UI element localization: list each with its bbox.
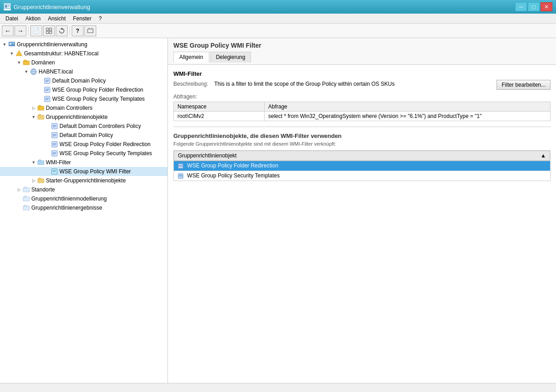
titlebar: Gruppenrichtlinienverwaltung ─ □ ✕: [0, 0, 556, 14]
svg-rect-14: [12, 43, 14, 44]
expand-icon-wmi[interactable]: ▼: [30, 159, 37, 166]
tree-item-standorte[interactable]: ▷ Standorte: [0, 185, 167, 194]
gpo-section: Gruppenrichtlinienobjekte, die diesen WM…: [173, 132, 551, 181]
tree-item-default-domain-2[interactable]: ▷ Default Domain Policy: [0, 131, 167, 140]
tree-item-wse-folder[interactable]: ▷ WSE Group Policy Folder Redirection: [0, 85, 167, 94]
svg-rect-63: [23, 197, 30, 201]
expand-icon-standorte[interactable]: ▷: [15, 186, 23, 193]
expand-icon[interactable]: ▼: [8, 50, 15, 57]
tab-delegierung[interactable]: Delegierung: [210, 52, 251, 63]
expand-icon-dc[interactable]: ▷: [30, 104, 37, 112]
gesamtstruktur-icon: [15, 50, 23, 57]
tree-item-domain-controllers[interactable]: ▷ Domain Controllers: [0, 103, 167, 113]
svg-rect-5: [49, 28, 52, 30]
svg-rect-34: [38, 106, 44, 110]
svg-rect-66: [24, 205, 26, 206]
svg-rect-13: [10, 43, 11, 45]
tree-item-wse-security-2[interactable]: ▷ WSE Group Policy Security Templates: [0, 149, 167, 158]
tab-bar: Allgemein Delegierung: [173, 52, 551, 63]
wmi-folder-icon: [37, 159, 44, 166]
menu-item-fenster[interactable]: Fenster: [69, 14, 95, 23]
habnet-icon: [30, 68, 37, 75]
close-button[interactable]: ✕: [541, 2, 552, 11]
tree-item-starter[interactable]: ▷ Starter-Gruppenrichtlinienobjekte: [0, 176, 167, 185]
gpo-node-icon: [37, 113, 44, 121]
minimize-button[interactable]: ─: [515, 2, 527, 11]
menubar: DateiAktionAnsichtFenster?: [0, 14, 556, 24]
tree-item-habnet[interactable]: ▼ HABNET.local: [0, 67, 167, 76]
menu-item-ansicht[interactable]: Ansicht: [44, 14, 69, 23]
tree-item-root[interactable]: ▼ Gruppenrichtlinienverwaltung: [0, 40, 167, 49]
beschreibung-row: Beschreibung: This is a filter to limit …: [173, 81, 497, 87]
gpo-icon-3: [44, 95, 51, 103]
ergebnisse-icon: [23, 204, 30, 211]
svg-rect-3: [8, 6, 10, 7]
root-icon: [8, 41, 15, 48]
tree-item-ergebnisse[interactable]: ▷ Gruppenrichtlinienergebnisse: [0, 203, 167, 212]
toolbar-refresh[interactable]: [56, 25, 68, 36]
tree-item-domaenen[interactable]: ▼ Domänen: [0, 58, 167, 67]
svg-rect-2: [8, 5, 10, 6]
tree-item-wse-folder-2[interactable]: ▷ WSE Group Policy Folder Redirection: [0, 140, 167, 149]
toolbar-back[interactable]: ←: [2, 25, 14, 36]
section-divider: [173, 127, 551, 127]
tree-item-default-domain[interactable]: ▷ Default Domain Policy: [0, 76, 167, 85]
tree-root: ▼ Gruppenrichtlinienverwaltung ▼ Gesamts…: [0, 38, 167, 214]
tree-label-wse-folder-2: WSE Group Policy Folder Redirection: [59, 141, 151, 147]
tree-item-wse-wmi[interactable]: ▷ WSE Group Policy WMI Filter: [0, 167, 167, 176]
expand-icon[interactable]: ▼: [1, 41, 8, 48]
page-title: WSE Group Policy WMI Filter: [173, 42, 551, 49]
col-namespace: Namespace: [174, 102, 265, 112]
svg-rect-54: [38, 161, 44, 165]
svg-rect-7: [49, 31, 52, 34]
expand-icon[interactable]: ▼: [15, 59, 23, 66]
gpo-item-2: WSE Group Policy Security Templates: [174, 171, 551, 181]
tree-label-root: Gruppenrichtlinienverwaltung: [17, 41, 87, 48]
toolbar-export[interactable]: [84, 25, 96, 36]
tree-item-default-dc-policy[interactable]: ▷ Default Domain Controllers Policy: [0, 122, 167, 131]
svg-rect-36: [38, 115, 44, 119]
tree-label-default-dc-policy: Default Domain Controllers Policy: [59, 123, 141, 129]
svg-rect-60: [39, 178, 41, 179]
svg-rect-61: [23, 188, 30, 192]
svg-rect-16: [23, 61, 30, 65]
tree-label-starter: Starter-Gruppenrichtlinienobjekte: [46, 177, 126, 184]
svg-rect-59: [38, 179, 44, 183]
gpo-section-subtitle: Folgende Gruppenrichtlinienobjekte sind …: [173, 141, 551, 147]
tab-allgemein[interactable]: Allgemein: [173, 52, 209, 63]
expand-icon[interactable]: ▼: [23, 68, 30, 75]
expand-icon-gpo[interactable]: ▼: [30, 113, 37, 121]
tree-label-gesamtstruktur: Gesamtstruktur: HABNET.local: [24, 50, 98, 57]
tree-item-wse-security[interactable]: ▷ WSE Group Policy Security Templates: [0, 94, 167, 103]
svg-rect-64: [24, 196, 26, 197]
list-item-2[interactable]: WSE Group Policy Security Templates: [174, 171, 551, 181]
svg-rect-37: [39, 114, 41, 116]
tree-item-modellierung[interactable]: ▷ Gruppenrichtlinienmodellierung: [0, 194, 167, 203]
toolbar-forward[interactable]: →: [15, 25, 26, 36]
tree-label-gpo-node: Gruppenrichtlinienobjekte: [46, 114, 108, 120]
domaenen-icon: [23, 59, 30, 66]
svg-rect-62: [24, 187, 26, 188]
cell-namespace: root\CIMv2: [174, 112, 265, 121]
tree-label-modellierung: Gruppenrichtlinienmodellierung: [31, 196, 107, 202]
svg-rect-65: [23, 206, 30, 210]
tree-item-wmi-filter-node[interactable]: ▼ WMI-Filter: [0, 158, 167, 167]
filter-bearbeiten-button[interactable]: Filter bearbeiten...: [497, 80, 551, 90]
tree-item-gpo-node[interactable]: ▼ Gruppenrichtlinienobjekte: [0, 113, 167, 122]
menu-item-aktion[interactable]: Aktion: [22, 14, 44, 23]
tree-label-wse-security-2: WSE Group Policy Security Templates: [59, 150, 152, 157]
dc-icon: [37, 104, 44, 112]
menu-item-datei[interactable]: Datei: [2, 14, 22, 23]
gpo-icon-default2: [51, 132, 58, 139]
tree-panel: ▼ Gruppenrichtlinienverwaltung ▼ Gesamts…: [0, 38, 168, 383]
list-item-1[interactable]: WSE Group Policy Folder Redirection: [174, 161, 551, 171]
restore-button[interactable]: □: [528, 2, 540, 11]
tree-item-gesamtstruktur[interactable]: ▼ Gesamtstruktur: HABNET.local: [0, 49, 167, 58]
toolbar-grid[interactable]: [43, 25, 55, 36]
menu-item-?[interactable]: ?: [95, 14, 105, 23]
expand-icon-starter[interactable]: ▷: [30, 177, 37, 184]
toolbar-help[interactable]: ?: [72, 25, 84, 36]
gpo-icon-2: [44, 86, 51, 93]
toolbar-new[interactable]: 📄: [30, 25, 42, 36]
tree-label-wse-wmi: WSE Group Policy WMI Filter: [59, 168, 131, 175]
